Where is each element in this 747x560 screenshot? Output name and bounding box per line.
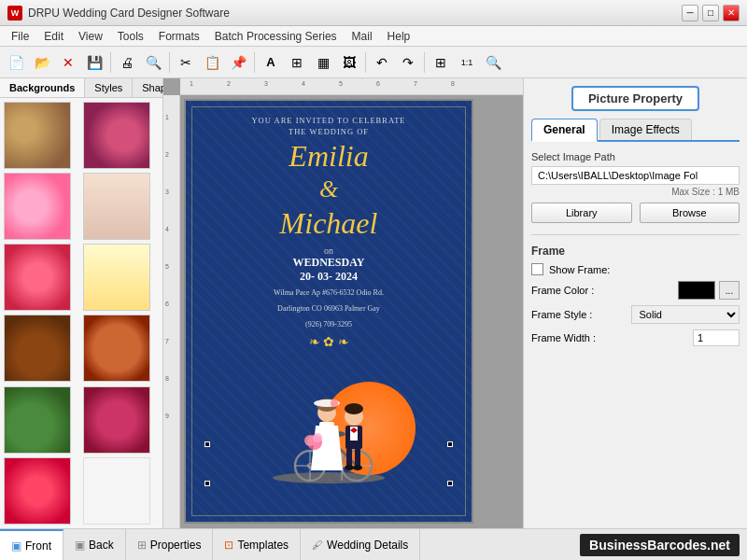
close-button[interactable]: ✕	[723, 5, 740, 21]
thumbnail-10[interactable]	[83, 386, 150, 454]
new-button[interactable]: 📄	[4, 50, 28, 75]
frame-style-row: Frame Style : Solid Dashed Dotted	[531, 305, 740, 324]
show-frame-checkbox[interactable]	[531, 263, 543, 275]
save-button[interactable]: 💾	[82, 50, 106, 75]
templates-icon: ⊡	[224, 539, 233, 552]
menu-file[interactable]: File	[4, 28, 36, 45]
wedding-card: YOU ARE INVITED TO CELEBRATE THE WEDDING…	[184, 99, 473, 524]
frame-width-input[interactable]	[693, 329, 740, 346]
title-bar: W DRPU Wedding Card Designer Software ─ …	[0, 0, 747, 26]
print-button[interactable]: 🖨	[115, 50, 139, 75]
ornament: ❧ ✿ ❧	[197, 334, 460, 350]
right-panel: Picture Property General Image Effects S…	[523, 78, 747, 528]
tab-backgrounds[interactable]: Backgrounds	[0, 78, 85, 97]
image-path-label: Select Image Path	[531, 151, 740, 162]
tab-image-effects[interactable]: Image Effects	[599, 119, 692, 140]
picture-property-title: Picture Property	[531, 86, 740, 111]
thumbnail-12[interactable]	[83, 457, 150, 525]
tab-back[interactable]: ▣ Back	[63, 529, 126, 560]
svg-point-18	[345, 403, 363, 414]
svg-rect-23	[355, 448, 360, 467]
open-button[interactable]: 📂	[30, 50, 54, 75]
date-text: 20- 03- 2024	[197, 270, 460, 284]
thumbnail-8[interactable]	[83, 315, 150, 382]
window-title: DRPU Wedding Card Designer Software	[28, 7, 682, 20]
menu-batch[interactable]: Batch Processing Series	[207, 28, 345, 45]
toolbar-sep-5	[424, 52, 425, 73]
print-preview-button[interactable]: 🔍	[141, 50, 165, 75]
day-text: WEDNESDAY	[197, 256, 460, 270]
tab-wedding-details[interactable]: 🖋 Wedding Details	[301, 529, 420, 560]
minimize-button[interactable]: ─	[682, 5, 698, 21]
canvas-area[interactable]: 1 2 3 4 5 6 7 8 1 2 3 4 5 6 7 8 9	[163, 78, 523, 528]
tab-front[interactable]: ▣ Front	[0, 529, 63, 560]
ruler-left: 1 2 3 4 5 6 7 8 9	[163, 95, 180, 528]
image-path-input[interactable]	[531, 166, 740, 185]
frame-section: Frame Show Frame: Frame Color : ... Fram…	[531, 245, 740, 346]
svg-point-34	[313, 433, 322, 442]
menu-edit[interactable]: Edit	[36, 28, 71, 45]
menu-bar: File Edit View Tools Formats Batch Proce…	[0, 26, 747, 47]
thumbnail-11[interactable]	[4, 457, 71, 525]
image-button[interactable]: 🖼	[337, 50, 361, 75]
prop-tabs: General Image Effects	[531, 119, 740, 142]
toolbar-sep-1	[110, 52, 111, 73]
thumbnail-5[interactable]	[4, 244, 71, 311]
undo-button[interactable]: ↶	[370, 50, 394, 75]
svg-point-29	[331, 399, 338, 407]
pp-box: Picture Property	[571, 86, 699, 111]
tab-properties[interactable]: ⊞ Properties	[126, 529, 214, 560]
paste-button[interactable]: 📌	[226, 50, 250, 75]
couple-svg	[263, 377, 394, 484]
address1: Wilma Pace Ap #676-6532 Odio Rd.	[197, 287, 460, 300]
barcode-button[interactable]: ⊞	[285, 50, 309, 75]
frame-color-row: Frame Color : ...	[531, 281, 740, 300]
wedding-details-icon: 🖋	[312, 539, 323, 552]
thumbnail-2[interactable]	[83, 102, 150, 169]
frame-width-row: Frame Width :	[531, 329, 740, 346]
menu-view[interactable]: View	[71, 28, 110, 45]
thumbnail-1[interactable]	[4, 102, 71, 169]
tab-templates-label: Templates	[237, 539, 289, 552]
menu-mail[interactable]: Mail	[345, 28, 380, 45]
copy-button[interactable]: 📋	[200, 50, 224, 75]
thumbnail-3[interactable]	[4, 173, 71, 240]
menu-tools[interactable]: Tools	[110, 28, 151, 45]
show-frame-label: Show Frame:	[549, 264, 740, 275]
biz-text: BusinessBarcodes.net	[589, 538, 730, 553]
frame-color-swatch[interactable]	[678, 281, 715, 300]
biz-watermark: BusinessBarcodes.net	[420, 534, 747, 556]
redo-button[interactable]: ↷	[396, 50, 420, 75]
address2: Darlington CO 06963 Palmer Gay	[197, 303, 460, 315]
frame-title: Frame	[531, 245, 740, 258]
tab-templates[interactable]: ⊡ Templates	[213, 529, 301, 560]
browse-button[interactable]: Browse	[640, 203, 740, 223]
text-button[interactable]: A	[259, 50, 283, 75]
frame-color-dots-button[interactable]: ...	[719, 281, 740, 300]
phone: (926) 709-3295	[197, 319, 460, 331]
maximize-button[interactable]: □	[702, 5, 719, 21]
cut-button[interactable]: ✂	[174, 50, 198, 75]
library-browse-row: Library Browse	[531, 203, 740, 223]
toolbar-sep-3	[254, 52, 255, 73]
tab-general[interactable]: General	[531, 119, 598, 142]
close-doc-button[interactable]: ✕	[56, 50, 80, 75]
zoom-100-button[interactable]: 1:1	[455, 50, 479, 75]
card-wrapper: YOU ARE INVITED TO CELEBRATE THE WEDDING…	[184, 99, 473, 524]
library-button[interactable]: Library	[531, 203, 632, 223]
grid-button[interactable]: ⊞	[429, 50, 453, 75]
thumbnail-7[interactable]	[4, 315, 71, 382]
thumbnail-9[interactable]	[4, 386, 71, 454]
menu-help[interactable]: Help	[380, 28, 418, 45]
tab-styles[interactable]: Styles	[85, 78, 133, 97]
frame-style-label: Frame Style :	[531, 309, 631, 320]
invite-line2: THE WEDDING OF	[197, 127, 460, 136]
frame-style-select[interactable]: Solid Dashed Dotted	[631, 305, 740, 324]
thumbnail-6[interactable]	[83, 244, 150, 311]
groom-name: Michael	[197, 207, 460, 240]
zoom-in-button[interactable]: 🔍	[481, 50, 505, 75]
show-frame-row: Show Frame:	[531, 263, 740, 275]
qr-button[interactable]: ▦	[311, 50, 335, 75]
thumbnail-4[interactable]	[83, 173, 150, 240]
menu-formats[interactable]: Formats	[151, 28, 207, 45]
